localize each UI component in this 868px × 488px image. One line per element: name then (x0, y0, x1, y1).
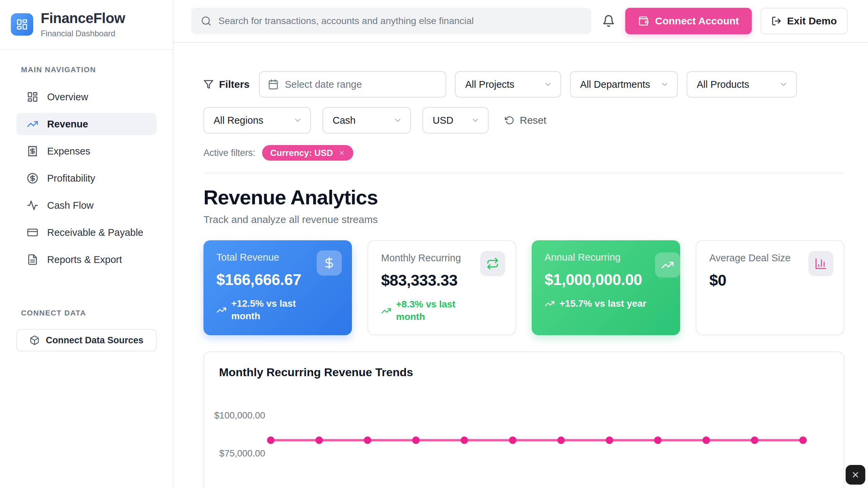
stat-cards: Total Revenue $166,666.67 +12.5% vs last… (203, 240, 844, 335)
line-chart-plot (204, 352, 844, 488)
receipt-icon (27, 145, 38, 157)
mrr-line-chart: Monthly Recurring Revenue Trends $100,00… (203, 351, 844, 488)
connect-section-label: CONNECT DATA (21, 309, 157, 318)
data-point (460, 436, 468, 444)
regions-select[interactable]: All Regions (203, 107, 311, 134)
data-point (654, 436, 662, 444)
trending-up-icon (27, 118, 38, 130)
data-point (267, 436, 275, 444)
search-input[interactable] (218, 16, 582, 26)
sidebar-item-label: Cash Flow (47, 200, 94, 211)
data-point (509, 436, 516, 444)
app-title: FinanceFlow (41, 10, 125, 26)
rotate-ccw-icon (505, 116, 514, 125)
main-area: Connect Account Exit Demo Filters (174, 0, 868, 488)
close-icon[interactable] (338, 149, 345, 156)
data-point (557, 436, 565, 444)
trending-up-icon (661, 259, 674, 271)
content: Filters All Projects All Dep (174, 43, 868, 488)
annual-recurring-card: Annual Recurring $1,000,000.00 +15.7% vs… (532, 240, 680, 335)
close-overlay-button[interactable] (846, 465, 865, 485)
data-point (412, 436, 420, 444)
sidebar-item-expenses[interactable]: Expenses (16, 140, 157, 162)
search-icon (201, 16, 212, 26)
dashboard-icon (27, 91, 38, 103)
active-filters-row: Active filters: Currency: USD (203, 145, 844, 161)
currency-select[interactable]: USD (422, 107, 489, 134)
page-subtitle: Track and analyze all revenue streams (203, 214, 844, 225)
sidebar-item-reports-export[interactable]: Reports & Export (16, 248, 157, 271)
calendar-icon (268, 79, 279, 90)
credit-card-icon (27, 227, 38, 238)
filters-panel: Filters All Projects All Dep (203, 71, 844, 161)
brand: FinanceFlow Financial Dashboard (0, 0, 173, 50)
average-deal-size-card: Average Deal Size $0 (696, 240, 844, 335)
chevron-down-icon (393, 116, 402, 125)
main-navigation: MAIN NAVIGATION Overview Revenue (0, 65, 173, 351)
circle-dollar-icon (27, 172, 38, 184)
chevron-down-icon (293, 116, 302, 125)
sidebar-item-revenue[interactable]: Revenue (16, 113, 157, 135)
date-range-input[interactable] (285, 79, 437, 90)
top-header: Connect Account Exit Demo (174, 0, 868, 43)
trending-up-icon (216, 305, 226, 315)
departments-select[interactable]: All Departments (570, 71, 678, 98)
sidebar: FinanceFlow Financial Dashboard MAIN NAV… (0, 0, 174, 488)
projects-select[interactable]: All Projects (455, 71, 561, 98)
exit-demo-button[interactable]: Exit Demo (761, 8, 848, 34)
data-point (751, 436, 758, 444)
trending-up-icon (381, 306, 391, 316)
sidebar-item-label: Revenue (47, 119, 88, 130)
reset-filters-button[interactable]: Reset (505, 115, 546, 126)
sidebar-item-receivable-payable[interactable]: Receivable & Payable (16, 221, 157, 244)
chevron-down-icon (660, 80, 669, 89)
change-indicator: +12.5% vs last month (216, 298, 339, 323)
sidebar-item-profitability[interactable]: Profitability (16, 167, 157, 189)
data-point (799, 436, 807, 444)
global-search[interactable] (191, 8, 591, 34)
bell-icon (602, 15, 615, 27)
dashboard-logo-icon (16, 18, 28, 30)
page-title: Revenue Analytics (203, 186, 844, 209)
page-head: Revenue Analytics Track and analyze all … (203, 186, 844, 225)
active-filters-label: Active filters: (203, 148, 255, 158)
repeat-icon (486, 257, 499, 270)
data-point (364, 436, 371, 444)
box-icon (29, 335, 40, 345)
change-indicator: +15.7% vs last year (545, 298, 667, 310)
app-logo (11, 13, 33, 36)
dollar-icon (323, 257, 336, 269)
activity-icon (27, 200, 38, 211)
sidebar-item-label: Overview (47, 92, 88, 103)
sidebar-item-overview[interactable]: Overview (16, 86, 157, 108)
data-point (606, 436, 613, 444)
chevron-down-icon (471, 116, 480, 125)
bar-chart-icon (814, 257, 827, 270)
sidebar-item-cash-flow[interactable]: Cash Flow (16, 194, 157, 217)
total-revenue-card: Total Revenue $166,666.67 +12.5% vs last… (203, 240, 352, 335)
log-out-icon (771, 16, 782, 26)
connect-account-button[interactable]: Connect Account (625, 8, 752, 34)
notifications-button[interactable] (602, 15, 615, 27)
monthly-recurring-card: Monthly Recurring $83,333.33 +8.3% vs la… (368, 240, 516, 335)
change-indicator: +8.3% vs last month (381, 298, 502, 323)
products-select[interactable]: All Products (687, 71, 797, 98)
file-text-icon (27, 254, 38, 265)
divider (203, 173, 844, 174)
chevron-down-icon (544, 80, 552, 89)
nav-section-label: MAIN NAVIGATION (21, 65, 157, 74)
currency-filter-chip[interactable]: Currency: USD (262, 145, 353, 161)
funnel-icon (203, 79, 214, 89)
connect-data-sources-button[interactable]: Connect Data Sources (16, 329, 157, 351)
app: FinanceFlow Financial Dashboard MAIN NAV… (0, 0, 868, 488)
sidebar-item-label: Receivable & Payable (47, 227, 143, 238)
trending-up-icon (545, 299, 555, 309)
payment-type-select[interactable]: Cash (322, 107, 411, 134)
wallet-icon (638, 16, 649, 26)
app-subtitle: Financial Dashboard (41, 29, 125, 38)
sidebar-item-label: Profitability (47, 173, 95, 184)
data-point (703, 436, 710, 444)
sidebar-item-label: Expenses (47, 146, 90, 157)
date-range-field[interactable] (259, 71, 446, 98)
chevron-down-icon (779, 80, 788, 89)
